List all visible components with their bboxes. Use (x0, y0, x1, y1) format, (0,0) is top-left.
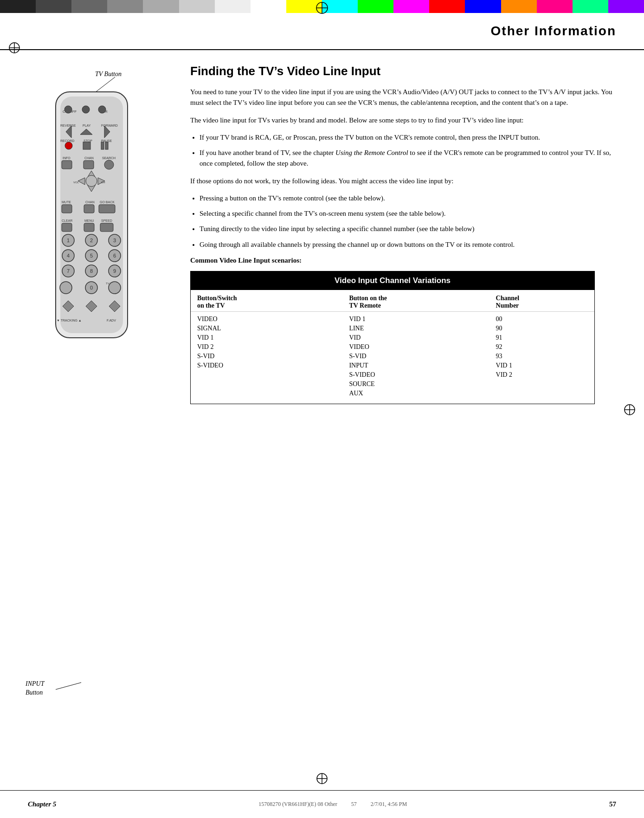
col-header-2: Button on theTV Remote (342, 290, 489, 312)
svg-rect-28 (62, 161, 72, 169)
table-cell: VID 2 (489, 370, 595, 380)
bullet-item: Pressing a button on the TV's remote con… (200, 193, 616, 204)
color-bar (501, 0, 537, 13)
svg-point-10 (82, 106, 90, 113)
table-cell: LINE (342, 324, 489, 333)
table-cell: VID 2 (191, 342, 342, 352)
table-cell: VID 1 (191, 333, 342, 342)
color-bar (71, 0, 107, 13)
svg-text:MUTE: MUTE (62, 200, 71, 204)
svg-text:1: 1 (67, 238, 70, 243)
table-cell: 91 (489, 333, 595, 342)
table-cell: S-VIDEO (342, 370, 489, 380)
table-cell (489, 380, 595, 389)
svg-rect-48 (84, 223, 94, 232)
table-cell (489, 389, 595, 404)
table-cell: VID (342, 333, 489, 342)
reg-mark-right (624, 404, 636, 418)
table-row: SIGNAL LINE 90 (191, 324, 594, 333)
table-cell (191, 389, 342, 404)
table-header-row: Button/Switchon the TV Button on theTV R… (191, 290, 594, 312)
color-bar (608, 0, 644, 13)
svg-rect-42 (84, 205, 94, 213)
table-cell (191, 370, 342, 380)
video-input-table: Video Input Channel Variations Button/Sw… (190, 271, 595, 404)
svg-rect-47 (62, 223, 72, 232)
table-cell: S-VID (191, 352, 342, 361)
footer-info-left: 15708270 (VR661HF)(E) 08 Other 57 2/7/01… (258, 801, 407, 808)
svg-text:5: 5 (90, 253, 93, 258)
svg-rect-49 (100, 223, 113, 232)
svg-rect-23 (101, 142, 104, 149)
table-row: S-VIDEO VID 2 (191, 370, 594, 380)
color-bar (143, 0, 179, 13)
svg-rect-29 (84, 161, 94, 169)
table-cell: VID 1 (342, 312, 489, 324)
footer-chapter: Chapter 5 (28, 800, 56, 808)
input-button-label: INPUT Button (26, 679, 44, 697)
table-cell (191, 380, 342, 389)
table-row: S-VID S-VID 93 (191, 352, 594, 361)
color-bar (465, 0, 501, 13)
table-cell: 93 (489, 352, 595, 361)
svg-point-11 (98, 106, 106, 113)
svg-text:RECORD: RECORD (60, 139, 74, 142)
svg-text:CH: CH (101, 181, 105, 184)
table-row: VID 2 VIDEO 92 (191, 342, 594, 352)
bullet-item: If you have another brand of TV, see the… (200, 148, 616, 169)
bullet-list-2: Pressing a button on the TV's remote con… (200, 193, 616, 250)
svg-point-69 (60, 282, 72, 294)
left-panel: TV Button ON·OFF TV VCR REVERSE (23, 64, 172, 767)
color-bar (393, 0, 429, 13)
reg-mark-bottom (316, 773, 328, 786)
right-panel: Finding the TV’s Video Line Input You ne… (172, 64, 616, 767)
section-title: Finding the TV’s Video Line Input (190, 64, 616, 78)
bullet-item: Tuning directly to the video line input … (200, 224, 616, 234)
col-header-1: Button/Switchon the TV (191, 290, 342, 312)
svg-rect-22 (83, 142, 90, 149)
color-bar (179, 0, 215, 13)
table-cell: SOURCE (342, 380, 489, 389)
table-cell: S-VIDEO (191, 361, 342, 370)
svg-text:9: 9 (113, 268, 116, 274)
input-button-arrow (56, 680, 84, 696)
svg-line-79 (56, 683, 81, 689)
color-bar (429, 0, 465, 13)
paragraph-3: If those options do not work, try the fo… (190, 176, 616, 187)
col-header-3: ChannelNumber (489, 290, 595, 312)
main-content: TV Button ON·OFF TV VCR REVERSE (0, 50, 644, 781)
svg-text:VOL: VOL (73, 181, 79, 184)
table-cell: VIDEO (191, 312, 342, 324)
svg-text:8: 8 (90, 268, 93, 274)
svg-point-30 (104, 160, 114, 169)
color-bar (0, 0, 36, 13)
table-cell: 00 (489, 312, 595, 324)
svg-text:6: 6 (113, 253, 116, 258)
svg-point-35 (86, 175, 97, 187)
svg-text:3: 3 (113, 238, 116, 243)
svg-text:FORWARD: FORWARD (101, 124, 118, 127)
svg-text:0: 0 (90, 285, 93, 290)
paragraph-1: You need to tune your TV to the video li… (190, 87, 616, 109)
svg-rect-43 (99, 205, 115, 213)
svg-text:MENU: MENU (84, 219, 94, 222)
svg-text:CHAN: CHAN (85, 200, 95, 204)
table-row: VIDEO VID 1 00 (191, 312, 594, 324)
table-row: S-VIDEO INPUT VID 1 (191, 361, 594, 370)
footer-page-number: 57 (609, 800, 616, 808)
table-row: VID 1 VID 91 (191, 333, 594, 342)
table-cell: SIGNAL (191, 324, 342, 333)
table-cell: INPUT (342, 361, 489, 370)
table-cell: S-VID (342, 352, 489, 361)
svg-text:GO BACK: GO BACK (100, 200, 115, 204)
table-cell: AUX (342, 389, 489, 404)
svg-text:REVERSE: REVERSE (60, 124, 76, 127)
svg-text:▼ TRACKING ▲: ▼ TRACKING ▲ (57, 319, 82, 322)
table-row: AUX (191, 389, 594, 404)
bullet-item: Selecting a specific channel from the TV… (200, 208, 616, 219)
page-title: Other Information (491, 24, 616, 39)
table-cell: VID 1 (489, 361, 595, 370)
reg-mark-left (8, 42, 20, 56)
svg-text:PLAY: PLAY (83, 124, 91, 127)
table-cell: 92 (489, 342, 595, 352)
